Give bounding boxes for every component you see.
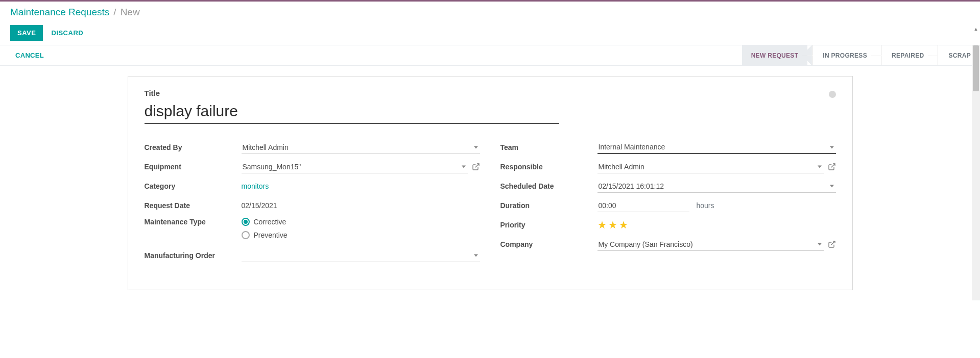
responsible-select[interactable] [597,161,824,173]
radio-preventive[interactable]: Preventive [242,231,288,239]
breadcrumb-parent-link[interactable]: Maintenance Requests [10,7,109,18]
scrollbar-up-icon[interactable]: ▲ [972,25,980,33]
created-by-input[interactable] [242,141,480,154]
manufacturing-order-input[interactable] [242,249,480,262]
star-icon[interactable]: ★ [597,219,607,231]
manufacturing-order-label: Manufacturing Order [145,251,242,260]
subheader: CANCEL NEW REQUEST IN PROGRESS REPAIRED … [0,45,980,66]
maintenance-type-radiogroup: Corrective Preventive [242,218,288,239]
company-input[interactable] [597,238,824,251]
svg-line-0 [475,164,479,167]
category-label: Category [145,182,242,190]
star-icon[interactable]: ★ [619,219,628,231]
priority-stars[interactable]: ★ ★ ★ [597,219,628,231]
request-date-value: 02/15/2021 [242,201,277,210]
form-col-left: Created By Equipment [145,140,480,268]
team-select[interactable] [597,141,836,154]
status-in-progress[interactable]: IN PROGRESS [807,45,876,65]
action-bar: SAVE DISCARD [10,25,970,41]
duration-input[interactable] [597,199,689,212]
radio-preventive-label: Preventive [254,231,288,239]
breadcrumb: Maintenance Requests / New [10,7,970,18]
status-new-request[interactable]: NEW REQUEST [742,45,808,65]
scrollbar[interactable]: ▲ [972,45,980,300]
save-button[interactable]: SAVE [10,25,43,41]
title-label: Title [145,89,836,97]
svg-line-2 [831,241,834,245]
radio-checked-icon [242,218,250,226]
duration-label: Duration [500,201,597,210]
cancel-button[interactable]: CANCEL [15,52,44,59]
request-date-label: Request Date [145,201,242,210]
kanban-state-indicator[interactable] [829,91,836,98]
status-bar: NEW REQUEST IN PROGRESS REPAIRED SCRAP [742,45,980,65]
equipment-input[interactable] [242,161,468,173]
status-repaired[interactable]: REPAIRED [876,45,934,65]
radio-corrective[interactable]: Corrective [242,218,288,226]
radio-corrective-label: Corrective [254,218,286,226]
star-icon[interactable]: ★ [608,219,617,231]
category-link[interactable]: monitors [242,182,269,190]
breadcrumb-current: New [121,7,140,18]
scrollbar-thumb[interactable] [973,45,979,91]
breadcrumb-separator: / [113,7,116,18]
header: Maintenance Requests / New SAVE DISCARD [0,2,980,45]
form-sheet: Title Created By Equip [128,76,853,290]
equipment-label: Equipment [145,163,242,171]
company-external-link-icon[interactable] [828,240,836,248]
duration-unit: hours [697,201,714,210]
created-by-select[interactable] [242,141,480,154]
content: Title Created By Equip [0,66,980,300]
maintenance-type-label: Maintenance Type [145,218,242,226]
team-input[interactable] [597,141,836,154]
company-select[interactable] [597,238,824,251]
scheduled-date-label: Scheduled Date [500,182,597,190]
scheduled-date-input[interactable] [597,180,836,193]
responsible-external-link-icon[interactable] [828,163,836,171]
responsible-label: Responsible [500,163,597,171]
title-input[interactable] [145,99,559,124]
team-label: Team [500,143,597,151]
priority-label: Priority [500,221,597,229]
equipment-external-link-icon[interactable] [472,163,480,171]
equipment-select[interactable] [242,161,468,173]
company-label: Company [500,240,597,248]
responsible-input[interactable] [597,161,824,173]
form-col-right: Team Responsible [500,140,836,268]
svg-line-1 [831,164,834,167]
created-by-label: Created By [145,143,242,151]
scheduled-date-select[interactable] [597,180,836,193]
radio-unchecked-icon [242,231,250,239]
manufacturing-order-select[interactable] [242,249,480,262]
discard-button[interactable]: DISCARD [48,25,86,41]
